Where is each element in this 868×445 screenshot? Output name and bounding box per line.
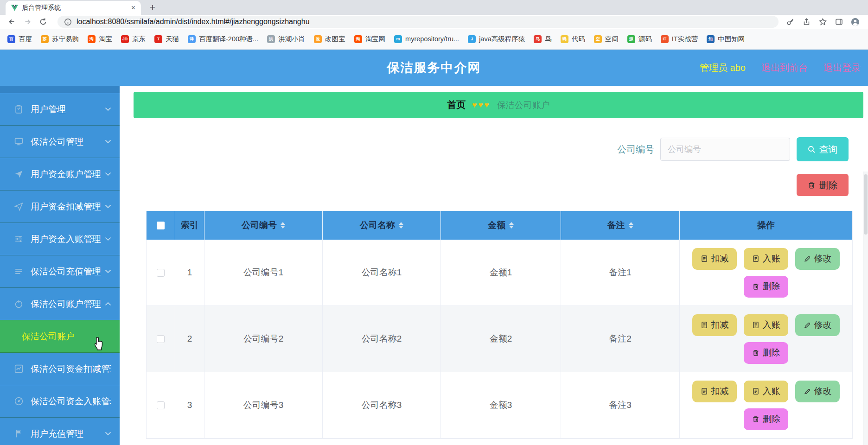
row-checkbox[interactable]	[157, 401, 165, 409]
col-header-index: 索引	[175, 211, 204, 240]
bookmark-taobao[interactable]: 淘淘宝	[88, 35, 112, 44]
cell-company-no: 公司编号1	[204, 240, 323, 305]
bookmark-star-icon[interactable]	[818, 18, 827, 26]
bookmark-suning[interactable]: 苏苏宁易购	[41, 35, 79, 44]
sort-icon[interactable]	[629, 222, 633, 229]
bookmark-yuanma[interactable]: 源源码	[627, 35, 652, 44]
bookmark-java[interactable]: Jjava高级程序猿	[468, 35, 525, 44]
delete-button[interactable]: 删除	[744, 342, 788, 364]
bulk-delete-button[interactable]: 删除	[797, 174, 849, 196]
row-checkbox[interactable]	[157, 269, 165, 277]
new-tab-button[interactable]: +	[146, 0, 160, 14]
select-all-cell	[147, 211, 175, 240]
col-header-remark[interactable]: 备注	[561, 211, 680, 240]
browser-tab[interactable]: 后台管理系统 ×	[6, 1, 141, 15]
cell-actions: 扣减 入账 修改 删除	[680, 240, 852, 305]
back-icon[interactable]	[6, 16, 18, 28]
url-text[interactable]: localhost:8080/ssmilafa/admin/dist/index…	[77, 18, 310, 26]
cell-company-name: 公司名称2	[323, 306, 441, 372]
col-header-company-no[interactable]: 公司编号	[204, 211, 323, 240]
profile-avatar-icon[interactable]	[851, 18, 860, 26]
bookmark-it-camp[interactable]: ITIT实战营	[661, 35, 698, 44]
credit-button[interactable]: 入账	[744, 381, 788, 402]
sort-icon[interactable]	[281, 222, 285, 229]
tab-close-icon[interactable]: ×	[131, 4, 135, 12]
sidebar-subitem-company-account[interactable]: 保洁公司账户	[0, 320, 120, 353]
bookmark-tmall[interactable]: T天猫	[154, 35, 179, 44]
forward-icon[interactable]	[21, 16, 33, 28]
sidebar-item-company-account-mgmt[interactable]: 保洁公司账户管理	[0, 288, 120, 320]
sidebar-item-company-fund-deduct[interactable]: 保洁公司资金扣减管理	[0, 353, 120, 385]
flag-icon	[14, 429, 24, 439]
document-icon	[701, 388, 708, 395]
sidebar-item-user-fund-account[interactable]: 用户资金账户管理	[0, 158, 120, 191]
bookmark-myrepository[interactable]: mmyrepository/tru...	[394, 35, 459, 43]
key-icon[interactable]	[786, 18, 795, 26]
tab-title: 后台管理系统	[22, 4, 128, 12]
tmall-favicon-icon: T	[154, 35, 162, 43]
bookmark-taobao-wang[interactable]: 淘淘宝网	[354, 35, 386, 44]
sidebar-item-user-recharge-mgmt[interactable]: 用户充值管理	[0, 418, 120, 445]
sidebar-item-company-fund-credit[interactable]: 保洁公司资金入账管理	[0, 385, 120, 418]
honghu-favicon-icon: 洪	[267, 35, 275, 43]
bookmark-jd[interactable]: JD京东	[121, 35, 146, 44]
itcamp-favicon-icon: IT	[661, 35, 669, 43]
cell-company-no: 公司编号3	[204, 372, 323, 438]
bookmark-baidu[interactable]: 百百度	[7, 35, 32, 44]
cell-index: 2	[175, 306, 204, 372]
company-no-input[interactable]	[660, 138, 790, 161]
bookmark-honghu[interactable]: 洪洪湖小肖	[267, 35, 305, 44]
trash-icon	[752, 283, 760, 290]
bird-favicon-icon: 鸟	[534, 35, 542, 43]
bookmark-niao[interactable]: 鸟鸟	[534, 35, 552, 44]
sidebar-item-user-mgmt[interactable]: 用户管理	[0, 93, 120, 126]
search-icon	[808, 146, 816, 153]
cell-amount: 金额1	[441, 240, 561, 305]
table-row: 3 公司编号3 公司名称3 金额3 备注3 扣减 入账 修改 删除	[147, 372, 852, 439]
sidebar-item-company-recharge-mgmt[interactable]: 保洁公司充值管理	[0, 255, 120, 288]
sidebar-item-company-mgmt[interactable]: 保洁公司管理	[0, 126, 120, 158]
clipboard-icon	[14, 104, 24, 114]
credit-button[interactable]: 入账	[744, 248, 788, 270]
select-all-checkbox[interactable]	[157, 222, 165, 229]
source-favicon-icon: 源	[627, 35, 635, 43]
bookmark-baidu-translate[interactable]: 译百度翻译-200种语...	[188, 35, 258, 44]
breadcrumb-home-link[interactable]: 首页	[447, 99, 466, 111]
sort-icon[interactable]	[399, 222, 403, 229]
delete-button[interactable]: 删除	[744, 408, 788, 430]
chevron-down-icon	[105, 237, 111, 241]
credit-button[interactable]: 入账	[744, 314, 788, 336]
scrollbar-thumb[interactable]	[864, 174, 868, 235]
edit-button[interactable]: 修改	[795, 381, 840, 402]
side-panel-icon[interactable]	[835, 18, 843, 26]
sidebar-item-user-fund-deduct[interactable]: 用户资金扣减管理	[0, 191, 120, 223]
content-scrollbar[interactable]	[863, 172, 868, 445]
trash-icon	[752, 349, 760, 356]
col-header-company-name[interactable]: 公司名称	[323, 211, 441, 240]
edit-button[interactable]: 修改	[795, 314, 840, 336]
edit-button[interactable]: 修改	[795, 248, 840, 270]
bookmark-daima[interactable]: 码代码	[561, 35, 585, 44]
gaitubao-favicon-icon: 改	[314, 35, 322, 43]
bookmark-cnki[interactable]: 知中国知网	[707, 35, 745, 44]
cell-remark: 备注1	[561, 240, 680, 305]
exit-to-front-link[interactable]: 退出到前台	[761, 62, 808, 74]
bookmark-gaitubao[interactable]: 改改图宝	[314, 35, 345, 44]
delete-button[interactable]: 删除	[744, 276, 788, 298]
deduct-button[interactable]: 扣减	[692, 314, 737, 336]
row-checkbox[interactable]	[157, 335, 165, 343]
bookmark-kongjian[interactable]: 空空间	[594, 35, 619, 44]
share-icon[interactable]	[802, 18, 811, 26]
cell-amount: 金额3	[441, 372, 561, 438]
query-button[interactable]: 查询	[797, 137, 849, 161]
site-info-icon[interactable]	[64, 18, 72, 26]
deduct-button[interactable]: 扣减	[692, 248, 737, 270]
sidebar-item-user-fund-credit[interactable]: 用户资金入账管理	[0, 223, 120, 255]
col-header-amount[interactable]: 金额	[441, 211, 561, 240]
url-bar[interactable]: localhost:8080/ssmilafa/admin/dist/index…	[57, 16, 779, 28]
deduct-button[interactable]: 扣减	[692, 381, 737, 402]
sort-icon[interactable]	[509, 222, 514, 229]
logout-link[interactable]: 退出登录	[823, 62, 861, 74]
suning-favicon-icon: 苏	[41, 35, 49, 43]
reload-icon[interactable]	[37, 16, 49, 28]
